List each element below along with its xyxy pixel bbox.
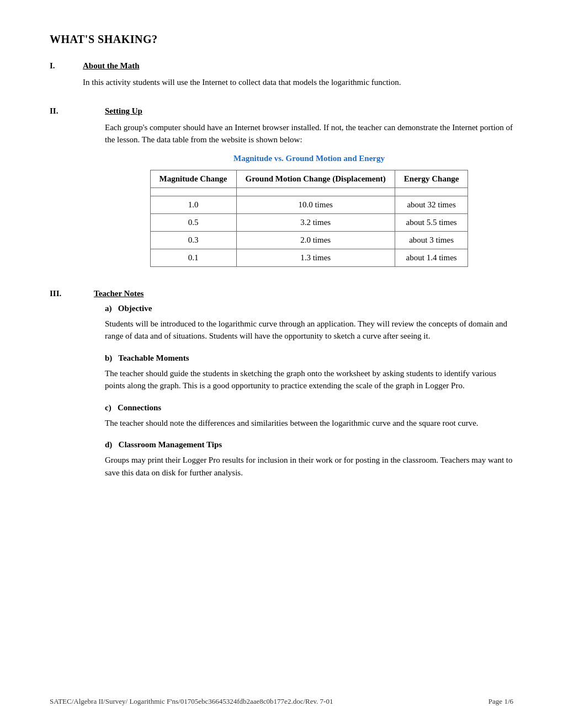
subsection-b: b) Teachable Moments The teacher should … xyxy=(94,354,513,392)
page-footer: SATEC/Algebra II/Survey/ Logarithmic F'n… xyxy=(50,697,513,706)
table-title: Magnitude vs. Ground Motion and Energy xyxy=(105,154,513,163)
subsection-a-title: Objective xyxy=(118,304,152,313)
subsection-b-body: The teacher should guide the students in… xyxy=(105,367,513,392)
subsection-c-title: Connections xyxy=(118,403,161,412)
table-row: 0.5 3.2 times about 5.5 times xyxy=(150,213,468,231)
data-table: Magnitude Change Ground Motion Change (D… xyxy=(150,170,469,267)
table-row: 0.1 1.3 times about 1.4 times xyxy=(150,249,468,266)
energy-1: about 32 times xyxy=(395,196,468,213)
magnitude-2: 0.5 xyxy=(150,213,236,231)
section-2-numeral: II. xyxy=(50,106,83,279)
subsection-d-label: d) xyxy=(105,440,112,449)
section-3: III. Teacher Notes a) Objective Students… xyxy=(50,289,513,490)
subsection-a-label: a) xyxy=(105,304,112,313)
subsection-c-body: The teacher should note the differences … xyxy=(105,417,513,430)
subsection-b-heading: b) Teachable Moments xyxy=(105,354,513,363)
section-3-numeral: III. xyxy=(50,289,83,490)
col1-header: Magnitude Change xyxy=(150,170,236,188)
subsection-b-title: Teachable Moments xyxy=(118,354,189,362)
table-header-row: Magnitude Change Ground Motion Change (D… xyxy=(150,170,468,188)
subsection-d: d) Classroom Management Tips Groups may … xyxy=(94,440,513,479)
section-2-heading: Setting Up xyxy=(105,106,513,116)
section-1-body: In this activity students will use the I… xyxy=(83,76,513,89)
subsection-a-body: Students will be introduced to the logar… xyxy=(105,318,513,342)
ground-motion-2: 3.2 times xyxy=(236,213,395,231)
section-3-content: Teacher Notes a) Objective Students will… xyxy=(83,289,513,490)
section-3-heading: Teacher Notes xyxy=(94,289,513,298)
energy-2: about 5.5 times xyxy=(395,213,468,231)
subsection-a-heading: a) Objective xyxy=(105,304,513,313)
table-empty-row xyxy=(150,188,468,196)
subsection-b-label: b) xyxy=(105,354,112,362)
magnitude-4: 0.1 xyxy=(150,249,236,266)
section-2-content: Setting Up Each group's computer should … xyxy=(83,106,513,279)
table-row: 1.0 10.0 times about 32 times xyxy=(150,196,468,213)
subsection-d-title: Classroom Management Tips xyxy=(119,440,222,449)
energy-4: about 1.4 times xyxy=(395,249,468,266)
subsection-d-body: Groups may print their Logger Pro result… xyxy=(105,454,513,479)
section-2-body: Each group's computer should have an Int… xyxy=(105,121,513,146)
table-row: 0.3 2.0 times about 3 times xyxy=(150,231,468,249)
ground-motion-3: 2.0 times xyxy=(236,231,395,249)
subsection-c-label: c) xyxy=(105,403,111,412)
magnitude-1: 1.0 xyxy=(150,196,236,213)
section-1-content: About the Math In this activity students… xyxy=(83,61,513,97)
section-1-numeral: I. xyxy=(50,61,83,97)
subsection-d-heading: d) Classroom Management Tips xyxy=(105,440,513,449)
page-title: WHAT'S SHAKING? xyxy=(50,33,513,46)
footer-page: Page 1/6 xyxy=(488,697,513,706)
magnitude-3: 0.3 xyxy=(150,231,236,249)
section-1: I. About the Math In this activity stude… xyxy=(50,61,513,97)
col2-header: Ground Motion Change (Displacement) xyxy=(236,170,395,188)
section-2: II. Setting Up Each group's computer sho… xyxy=(50,106,513,279)
ground-motion-4: 1.3 times xyxy=(236,249,395,266)
section-1-heading: About the Math xyxy=(83,61,513,71)
subsection-c: c) Connections The teacher should note t… xyxy=(94,403,513,430)
footer-path: SATEC/Algebra II/Survey/ Logarithmic F'n… xyxy=(50,697,333,706)
col3-header: Energy Change xyxy=(395,170,468,188)
ground-motion-1: 10.0 times xyxy=(236,196,395,213)
subsection-a: a) Objective Students will be introduced… xyxy=(94,304,513,342)
subsection-c-heading: c) Connections xyxy=(105,403,513,413)
data-table-wrapper: Magnitude Change Ground Motion Change (D… xyxy=(105,170,513,267)
energy-3: about 3 times xyxy=(395,231,468,249)
